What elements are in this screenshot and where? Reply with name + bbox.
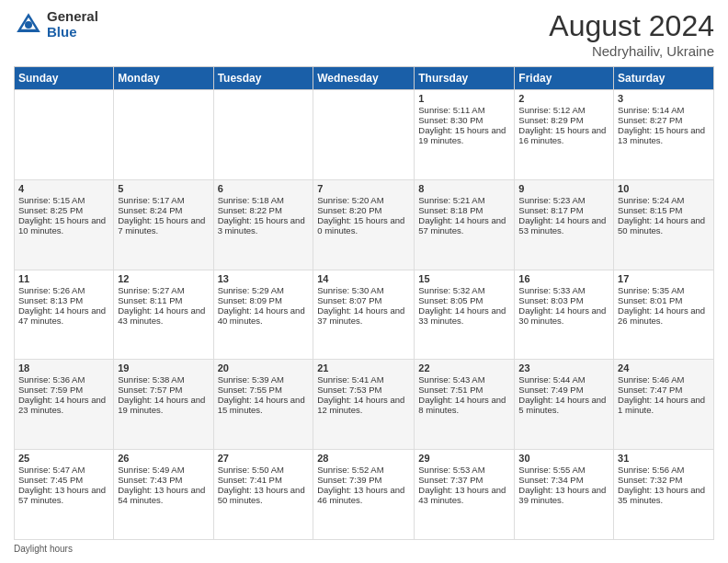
day-info: Daylight: 14 hours and 12 minutes. — [317, 395, 410, 415]
day-info: Daylight: 13 hours and 50 minutes. — [218, 485, 310, 505]
day-info: Sunset: 8:25 PM — [18, 205, 109, 215]
day-number: 11 — [18, 273, 109, 284]
day-info: Sunset: 7:53 PM — [317, 385, 410, 395]
day-number: 25 — [18, 453, 109, 464]
day-cell: 9Sunrise: 5:23 AMSunset: 8:17 PMDaylight… — [515, 179, 614, 270]
day-info: Sunrise: 5:56 AM — [618, 465, 710, 475]
day-cell: 16Sunrise: 5:33 AMSunset: 8:03 PMDayligh… — [515, 270, 614, 360]
day-info: Sunset: 7:49 PM — [518, 385, 609, 395]
day-cell: 29Sunrise: 5:53 AMSunset: 7:37 PMDayligh… — [415, 450, 515, 540]
day-info: Daylight: 15 hours and 19 minutes. — [418, 125, 510, 145]
day-cell — [213, 90, 313, 180]
week-row-4: 18Sunrise: 5:36 AMSunset: 7:59 PMDayligh… — [15, 360, 714, 450]
day-cell: 25Sunrise: 5:47 AMSunset: 7:45 PMDayligh… — [15, 450, 114, 540]
day-info: Daylight: 14 hours and 19 minutes. — [118, 395, 209, 415]
day-number: 3 — [618, 93, 710, 104]
day-number: 19 — [118, 362, 209, 373]
day-info: Sunset: 7:59 PM — [18, 385, 109, 395]
day-cell: 15Sunrise: 5:32 AMSunset: 8:05 PMDayligh… — [415, 270, 515, 360]
day-info: Daylight: 15 hours and 0 minutes. — [317, 215, 410, 236]
day-info: Daylight: 15 hours and 7 minutes. — [118, 215, 209, 236]
day-info: Sunrise: 5:24 AM — [618, 195, 710, 205]
day-info: Sunrise: 5:35 AM — [618, 285, 710, 295]
page: General Blue August 2024 Nedryhailiv, Uk… — [0, 0, 728, 563]
day-info: Sunrise: 5:21 AM — [418, 195, 510, 205]
day-cell: 24Sunrise: 5:46 AMSunset: 7:47 PMDayligh… — [614, 360, 714, 450]
col-header-saturday: Saturday — [614, 67, 714, 90]
day-cell — [114, 90, 213, 180]
day-info: Daylight: 14 hours and 57 minutes. — [418, 215, 510, 236]
day-cell: 4Sunrise: 5:15 AMSunset: 8:25 PMDaylight… — [15, 179, 114, 270]
day-info: Sunrise: 5:11 AM — [418, 105, 510, 115]
day-info: Sunset: 7:39 PM — [317, 475, 410, 485]
daylight-note: Daylight hours — [14, 544, 73, 554]
day-number: 27 — [218, 453, 310, 464]
day-info: Sunrise: 5:23 AM — [518, 195, 609, 205]
day-number: 28 — [317, 453, 410, 464]
week-row-3: 11Sunrise: 5:26 AMSunset: 8:13 PMDayligh… — [15, 270, 714, 360]
day-info: Sunset: 8:17 PM — [518, 205, 609, 215]
col-header-tuesday: Tuesday — [213, 67, 313, 90]
day-info: Daylight: 14 hours and 50 minutes. — [618, 215, 710, 236]
day-info: Daylight: 15 hours and 16 minutes. — [518, 125, 609, 145]
day-info: Sunset: 8:05 PM — [418, 295, 510, 305]
day-info: Sunrise: 5:52 AM — [317, 465, 410, 475]
col-header-wednesday: Wednesday — [313, 67, 415, 90]
day-info: Sunset: 7:34 PM — [518, 475, 609, 485]
day-info: Sunset: 8:18 PM — [418, 205, 510, 215]
day-info: Sunset: 7:51 PM — [418, 385, 510, 395]
day-info: Sunset: 8:09 PM — [218, 295, 310, 305]
title-block: August 2024 Nedryhailiv, Ukraine — [549, 9, 714, 59]
logo-general-text: General — [47, 9, 98, 25]
day-info: Sunrise: 5:20 AM — [317, 195, 410, 205]
day-info: Sunset: 7:45 PM — [18, 475, 109, 485]
day-number: 26 — [118, 453, 209, 464]
logo-text: General Blue — [47, 9, 98, 40]
day-number: 13 — [218, 273, 310, 284]
day-info: Daylight: 15 hours and 10 minutes. — [18, 215, 109, 236]
day-cell: 1Sunrise: 5:11 AMSunset: 8:30 PMDaylight… — [415, 90, 515, 180]
day-number: 20 — [218, 362, 310, 373]
calendar-header-row: SundayMondayTuesdayWednesdayThursdayFrid… — [15, 67, 714, 90]
day-info: Sunrise: 5:50 AM — [218, 465, 310, 475]
day-info: Sunrise: 5:29 AM — [218, 285, 310, 295]
day-info: Sunrise: 5:38 AM — [118, 374, 209, 385]
day-info: Sunrise: 5:53 AM — [418, 465, 510, 475]
day-cell: 27Sunrise: 5:50 AMSunset: 7:41 PMDayligh… — [213, 450, 313, 540]
day-cell: 22Sunrise: 5:43 AMSunset: 7:51 PMDayligh… — [415, 360, 515, 450]
day-info: Daylight: 14 hours and 53 minutes. — [518, 215, 609, 236]
day-info: Daylight: 14 hours and 40 minutes. — [218, 305, 310, 326]
day-info: Sunrise: 5:12 AM — [518, 105, 609, 115]
day-number: 9 — [518, 183, 609, 194]
day-info: Sunrise: 5:46 AM — [618, 374, 710, 385]
day-info: Sunset: 7:57 PM — [118, 385, 209, 395]
day-info: Sunset: 8:29 PM — [518, 115, 609, 125]
day-info: Daylight: 14 hours and 8 minutes. — [418, 395, 510, 415]
day-number: 12 — [118, 273, 209, 284]
day-info: Daylight: 14 hours and 23 minutes. — [18, 395, 109, 415]
day-info: Sunset: 7:32 PM — [618, 475, 710, 485]
day-cell: 3Sunrise: 5:14 AMSunset: 8:27 PMDaylight… — [614, 90, 714, 180]
day-number: 7 — [317, 183, 410, 194]
day-cell: 23Sunrise: 5:44 AMSunset: 7:49 PMDayligh… — [515, 360, 614, 450]
day-info: Daylight: 14 hours and 33 minutes. — [418, 305, 510, 326]
day-cell: 2Sunrise: 5:12 AMSunset: 8:29 PMDaylight… — [515, 90, 614, 180]
month-year: August 2024 — [549, 9, 714, 43]
day-info: Sunrise: 5:14 AM — [618, 105, 710, 115]
day-number: 15 — [418, 273, 510, 284]
day-info: Sunset: 8:11 PM — [118, 295, 209, 305]
day-cell: 17Sunrise: 5:35 AMSunset: 8:01 PMDayligh… — [614, 270, 714, 360]
day-info: Sunrise: 5:26 AM — [18, 285, 109, 295]
day-number: 29 — [418, 453, 510, 464]
day-number: 24 — [618, 362, 710, 373]
day-number: 30 — [518, 453, 609, 464]
day-info: Sunset: 8:30 PM — [418, 115, 510, 125]
day-cell: 26Sunrise: 5:49 AMSunset: 7:43 PMDayligh… — [114, 450, 213, 540]
day-cell: 7Sunrise: 5:20 AMSunset: 8:20 PMDaylight… — [313, 179, 415, 270]
day-number: 6 — [218, 183, 310, 194]
col-header-sunday: Sunday — [15, 67, 114, 90]
day-info: Sunrise: 5:41 AM — [317, 374, 410, 385]
day-info: Daylight: 14 hours and 26 minutes. — [618, 305, 710, 326]
day-info: Daylight: 14 hours and 47 minutes. — [18, 305, 109, 326]
day-number: 2 — [518, 93, 609, 104]
